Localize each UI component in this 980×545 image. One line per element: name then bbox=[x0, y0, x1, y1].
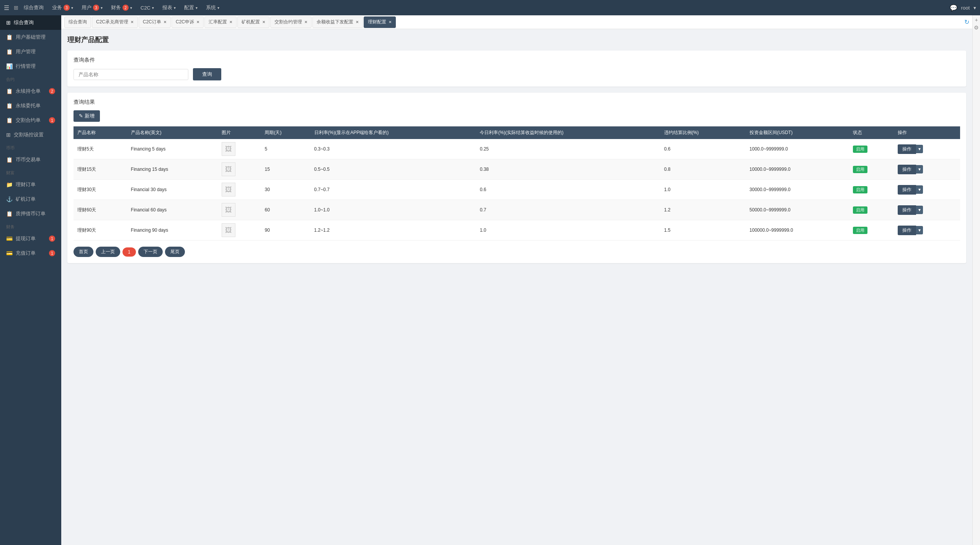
tab-finance-config[interactable]: 理财配置 ✕ bbox=[364, 16, 396, 28]
close-icon-3[interactable]: ✕ bbox=[196, 20, 199, 24]
cell-operation-4: 操作 ▾ bbox=[894, 220, 960, 241]
sidebar-item-perp-delegate[interactable]: 📋 永续委托单 bbox=[0, 98, 61, 113]
refresh-icon[interactable]: ↻ bbox=[964, 18, 969, 26]
tab-miner-config[interactable]: 矿机配置 ✕ bbox=[237, 16, 270, 28]
first-page-button[interactable]: 首页 bbox=[74, 247, 93, 257]
tab-rate-config[interactable]: 汇率配置 ✕ bbox=[204, 16, 237, 28]
status-badge-4: 启用 bbox=[853, 227, 867, 234]
menu-item-c2c[interactable]: C2C ▾ bbox=[137, 0, 158, 15]
cell-amount-range-3: 50000.0~9999999.0 bbox=[746, 200, 849, 220]
user-dropdown-icon[interactable]: ▾ bbox=[973, 5, 976, 11]
sidebar-item-deposit[interactable]: 💳 充值订单 1 bbox=[0, 246, 61, 260]
cell-name-en-2: Financial 30 days bbox=[127, 180, 218, 200]
cell-breach-ratio-4: 1.5 bbox=[660, 220, 746, 241]
th-today-rate: 今日利率(%)(实际结算收益时候的使用的) bbox=[476, 126, 660, 139]
sidebar-item-delivery-order[interactable]: 📋 交割合约单 1 bbox=[0, 113, 61, 128]
menu-badge-user: 3 bbox=[93, 5, 99, 11]
operation-dropdown-1[interactable]: ▾ bbox=[916, 165, 923, 173]
results-section-title: 查询结果 bbox=[74, 99, 960, 106]
cell-breach-ratio-3: 1.2 bbox=[660, 200, 746, 220]
hamburger-icon[interactable]: ☰ bbox=[4, 4, 9, 11]
page-title: 理财产品配置 bbox=[67, 35, 966, 44]
chart-icon: 📊 bbox=[6, 63, 13, 69]
operation-button-3[interactable]: 操作 bbox=[898, 205, 916, 215]
menu-item-overview[interactable]: 综合查询 bbox=[20, 0, 47, 15]
sidebar-item-perp-position[interactable]: 📋 永续持仓单 2 bbox=[0, 84, 61, 98]
sidebar-item-user-mgmt[interactable]: 📋 用户管理 bbox=[0, 44, 61, 59]
search-button[interactable]: 查询 bbox=[193, 68, 221, 80]
add-button[interactable]: ✎ 新增 bbox=[74, 110, 100, 122]
action-btn-group-3: 操作 ▾ bbox=[898, 205, 956, 215]
tab-c2c-merchant[interactable]: C2C承兑商管理 ✕ bbox=[92, 16, 138, 28]
sidebar-item-pledge-order[interactable]: 📋 质押借币订单 bbox=[0, 206, 61, 221]
right-panel: + ⚙ bbox=[972, 15, 980, 545]
last-page-button[interactable]: 尾页 bbox=[165, 247, 185, 257]
operation-dropdown-2[interactable]: ▾ bbox=[916, 185, 923, 194]
sidebar-item-user-base[interactable]: 📋 用户基础管理 bbox=[0, 30, 61, 44]
tab-balance-config[interactable]: 余额收益下发配置 ✕ bbox=[312, 16, 363, 28]
chevron-down-icon-5: ▾ bbox=[174, 6, 176, 10]
sidebar-item-finance-order[interactable]: 📁 理财订单 bbox=[0, 177, 61, 192]
status-badge-3: 启用 bbox=[853, 206, 867, 214]
operation-button-2[interactable]: 操作 bbox=[898, 185, 916, 195]
next-page-button[interactable]: 下一页 bbox=[138, 247, 163, 257]
sidebar-item-withdraw[interactable]: 💳 提现订单 1 bbox=[0, 231, 61, 246]
action-btn-group-1: 操作 ▾ bbox=[898, 165, 956, 174]
plus-icon[interactable]: + bbox=[975, 17, 978, 23]
sidebar-item-overview[interactable]: ⊞ 综合查询 bbox=[0, 15, 61, 30]
prev-page-button[interactable]: 上一页 bbox=[96, 247, 120, 257]
search-input[interactable] bbox=[74, 69, 188, 80]
sidebar: ⊞ 综合查询 📋 用户基础管理 📋 用户管理 📊 行情管理 合约 📋 永续持仓单… bbox=[0, 15, 61, 545]
status-badge-0: 启用 bbox=[853, 146, 867, 153]
close-icon-6[interactable]: ✕ bbox=[304, 20, 307, 24]
search-section-title: 查询条件 bbox=[74, 57, 960, 64]
menu-item-business[interactable]: 业务 3 ▾ bbox=[48, 0, 77, 15]
close-icon-8[interactable]: ✕ bbox=[389, 20, 392, 24]
close-icon-7[interactable]: ✕ bbox=[356, 20, 359, 24]
sidebar-item-delivery-control[interactable]: ⊞ 交割场控设置 bbox=[0, 128, 61, 142]
cell-image-1: 🖼 bbox=[218, 159, 261, 180]
sidebar-item-spot-order[interactable]: 📋 币币交易单 bbox=[0, 152, 61, 167]
operation-button-1[interactable]: 操作 bbox=[898, 165, 916, 174]
tab-delivery-contract[interactable]: 交割合约管理 ✕ bbox=[270, 16, 312, 28]
close-icon-2[interactable]: ✕ bbox=[163, 20, 167, 24]
menu-item-user[interactable]: 用户 3 ▾ bbox=[78, 0, 106, 15]
settings-icon[interactable]: ⚙ bbox=[974, 25, 979, 31]
tab-c2c-order[interactable]: C2C订单 ✕ bbox=[139, 16, 171, 28]
operation-dropdown-0[interactable]: ▾ bbox=[916, 145, 923, 153]
pagination: 首页 上一页 1 下一页 尾页 bbox=[74, 247, 960, 257]
data-table: 产品名称 产品名称(英文) 图片 周期(天) 日利率(%)(显示在APP端给客户… bbox=[74, 126, 960, 241]
cell-breach-ratio-2: 1.0 bbox=[660, 180, 746, 200]
perp-position-badge: 2 bbox=[49, 88, 55, 94]
menu-item-report[interactable]: 报表 ▾ bbox=[158, 0, 180, 15]
table-header-row: 产品名称 产品名称(英文) 图片 周期(天) 日利率(%)(显示在APP端给客户… bbox=[74, 126, 960, 139]
doc-icon-4: 📋 bbox=[6, 103, 13, 109]
message-icon[interactable]: 💬 bbox=[950, 4, 957, 11]
sidebar-item-miner-order[interactable]: ⚓ 矿机订单 bbox=[0, 192, 61, 206]
menu-item-config[interactable]: 配置 ▾ bbox=[180, 0, 201, 15]
cell-breach-ratio-1: 0.8 bbox=[660, 159, 746, 180]
close-icon-5[interactable]: ✕ bbox=[262, 20, 265, 24]
user-label: root bbox=[961, 5, 970, 11]
cell-operation-3: 操作 ▾ bbox=[894, 200, 960, 220]
sidebar-item-market[interactable]: 📊 行情管理 bbox=[0, 59, 61, 74]
menu-item-finance[interactable]: 财务 2 ▾ bbox=[107, 0, 136, 15]
table-row: 理财90天 Financing 90 days 🖼 90 1.2~1.2 1.0… bbox=[74, 220, 960, 241]
menu-badge-finance: 2 bbox=[122, 5, 129, 11]
cell-name-0: 理财5天 bbox=[74, 139, 127, 159]
operation-dropdown-4[interactable]: ▾ bbox=[916, 226, 923, 234]
menu-item-system[interactable]: 系统 ▾ bbox=[202, 0, 223, 15]
current-page-button[interactable]: 1 bbox=[122, 247, 136, 257]
operation-dropdown-3[interactable]: ▾ bbox=[916, 206, 923, 214]
tab-c2c-appeal[interactable]: C2C申诉 ✕ bbox=[172, 16, 204, 28]
cell-name-3: 理财60天 bbox=[74, 200, 127, 220]
operation-button-4[interactable]: 操作 bbox=[898, 226, 916, 235]
card-icon-1: 💳 bbox=[6, 236, 13, 242]
cell-period-3: 60 bbox=[261, 200, 310, 220]
cell-name-4: 理财90天 bbox=[74, 220, 127, 241]
cell-amount-range-2: 30000.0~9999999.0 bbox=[746, 180, 849, 200]
operation-button-0[interactable]: 操作 bbox=[898, 144, 916, 154]
close-icon-1[interactable]: ✕ bbox=[131, 20, 134, 24]
tab-overview[interactable]: 综合查询 bbox=[64, 16, 91, 28]
close-icon-4[interactable]: ✕ bbox=[229, 20, 232, 24]
